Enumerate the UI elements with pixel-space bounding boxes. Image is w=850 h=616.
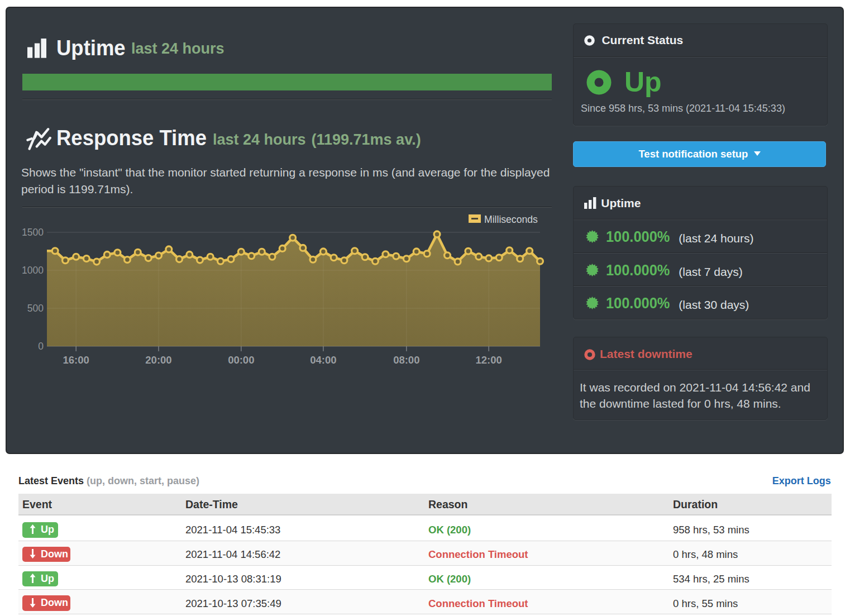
svg-text:16:00: 16:00 <box>63 354 89 366</box>
svg-text:08:00: 08:00 <box>393 354 419 366</box>
svg-text:500: 500 <box>27 303 44 314</box>
svg-text:1500: 1500 <box>22 227 44 238</box>
svg-text:Milliseconds: Milliseconds <box>484 214 538 225</box>
svg-text:00:00: 00:00 <box>228 354 254 366</box>
svg-text:1000: 1000 <box>22 265 44 276</box>
svg-text:12:00: 12:00 <box>476 354 502 366</box>
svg-text:0: 0 <box>38 341 44 352</box>
svg-text:04:00: 04:00 <box>310 354 336 366</box>
svg-text:20:00: 20:00 <box>145 354 171 366</box>
